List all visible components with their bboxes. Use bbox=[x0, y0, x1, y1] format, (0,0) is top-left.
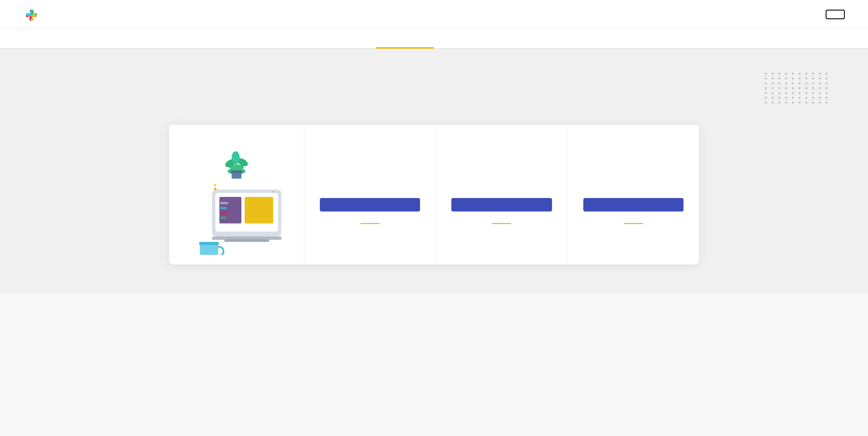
svg-point-17 bbox=[214, 187, 216, 190]
illustration-pane: ✦ bbox=[169, 125, 304, 264]
tabs-bar bbox=[0, 29, 868, 49]
svg-rect-20 bbox=[200, 243, 218, 255]
pricing-section: ✦ bbox=[0, 106, 868, 293]
svg-rect-14 bbox=[220, 216, 226, 219]
svg-rect-10 bbox=[219, 197, 241, 224]
nav-links bbox=[764, 10, 845, 19]
svg-rect-12 bbox=[220, 207, 227, 209]
pricing-columns bbox=[304, 125, 699, 264]
tab-teams[interactable] bbox=[376, 29, 434, 48]
svg-rect-15 bbox=[212, 237, 281, 240]
plan-standard bbox=[436, 125, 567, 264]
svg-rect-9 bbox=[245, 197, 273, 224]
svg-point-18 bbox=[272, 191, 274, 192]
navigation bbox=[0, 0, 868, 29]
plan-kostenlos bbox=[304, 125, 436, 264]
divider-plus bbox=[624, 223, 643, 224]
svg-rect-11 bbox=[220, 202, 228, 204]
svg-rect-16 bbox=[224, 239, 269, 242]
pricing-wrapper: ✦ bbox=[169, 125, 699, 264]
workspace-erstellen-button[interactable] bbox=[320, 198, 420, 211]
svg-point-4 bbox=[232, 151, 240, 164]
slack-logo-icon bbox=[23, 7, 39, 22]
plus-kaufen-button[interactable] bbox=[583, 198, 684, 211]
plan-plus bbox=[568, 125, 699, 264]
pricing-illustration: ✦ bbox=[184, 149, 289, 255]
hero-section: const dp = document.querySelector('.dot-… bbox=[0, 49, 868, 106]
logo[interactable] bbox=[23, 7, 42, 22]
divider-standard bbox=[492, 223, 511, 224]
divider-kostenlos bbox=[360, 223, 380, 224]
tab-enterprise[interactable] bbox=[434, 29, 492, 48]
dot-decoration: const dp = document.querySelector('.dot-… bbox=[765, 73, 829, 106]
svg-rect-6 bbox=[231, 171, 242, 173]
standard-kaufen-button[interactable] bbox=[451, 198, 552, 211]
svg-rect-21 bbox=[199, 242, 219, 245]
svg-rect-13 bbox=[220, 211, 227, 214]
workspace-erstellen-nav-button[interactable] bbox=[826, 10, 845, 19]
svg-text:✦: ✦ bbox=[213, 183, 217, 188]
